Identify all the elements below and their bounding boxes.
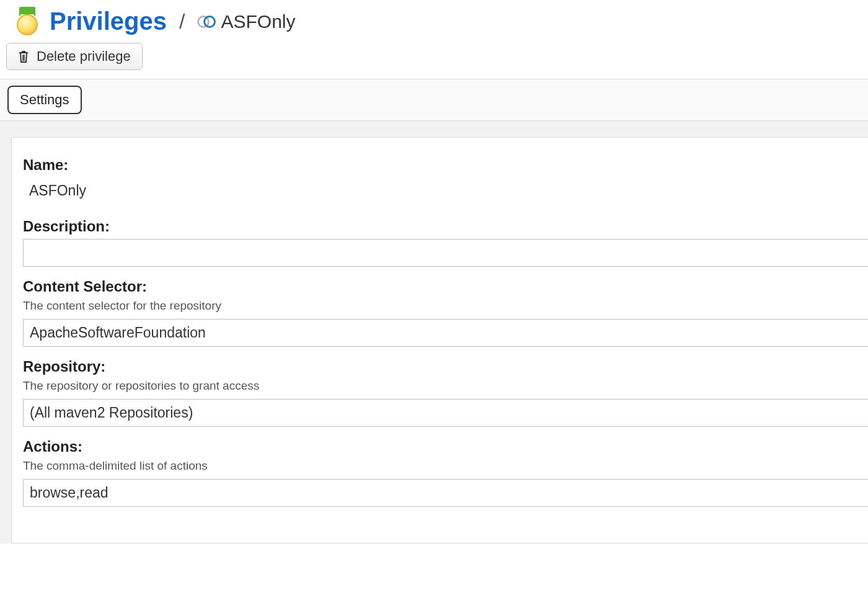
actions-label: Actions: [23,438,868,455]
delete-privilege-button[interactable]: Delete privilege [6,43,143,70]
description-label: Description: [23,218,868,235]
field-content-selector: Content Selector: The content selector f… [23,278,868,347]
tab-settings[interactable]: Settings [7,86,82,114]
breadcrumb-separator: / [175,9,188,34]
field-actions: Actions: The comma-delimited list of act… [23,438,868,507]
description-input[interactable] [23,239,868,267]
repository-label: Repository: [23,358,868,375]
repository-help: The repository or repositories to grant … [23,379,868,393]
privilege-medal-icon [14,8,41,35]
breadcrumb-item: ASFOnly [197,11,295,32]
name-label: Name: [23,156,868,174]
content-selector-label: Content Selector: [23,278,868,295]
trash-icon [18,50,29,63]
content-selector-icon [197,16,216,28]
breadcrumb-item-label: ASFOnly [221,11,295,32]
breadcrumb: Privileges / ASFOnly [0,0,868,43]
tab-strip: Settings [0,79,868,121]
actions-help: The comma-delimited list of actions [23,459,868,473]
toolbar: Delete privilege [0,43,868,79]
field-name: Name: ASFOnly [23,156,868,207]
content-selector-input[interactable] [23,319,868,347]
field-repository: Repository: The repository or repositori… [23,358,868,427]
content-selector-help: The content selector for the repository [23,299,868,313]
name-value: ASFOnly [23,177,868,207]
form-panel-wrap: Name: ASFOnly Description: Content Selec… [0,121,868,543]
form-panel: Name: ASFOnly Description: Content Selec… [11,137,868,543]
field-description: Description: [23,218,868,267]
actions-input[interactable] [23,479,868,507]
delete-privilege-label: Delete privilege [37,48,131,65]
repository-input[interactable] [23,399,868,427]
breadcrumb-root[interactable]: Privileges [50,7,167,35]
